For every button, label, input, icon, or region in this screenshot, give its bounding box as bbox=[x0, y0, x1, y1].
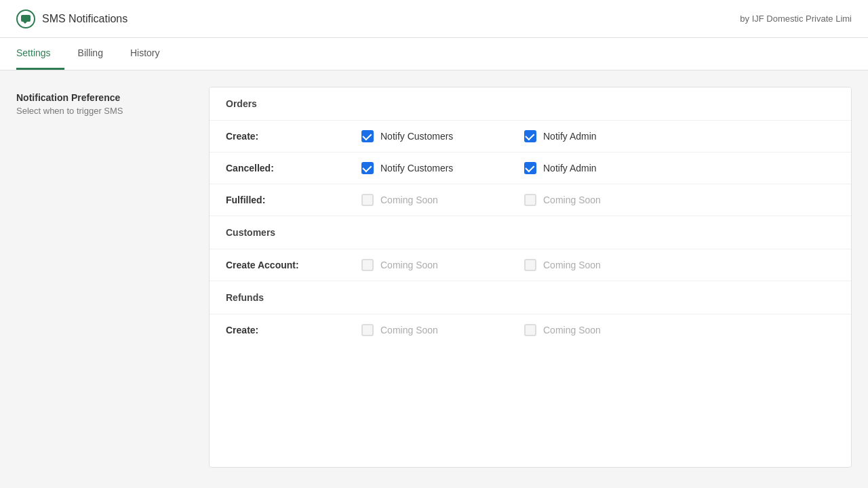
app-title: SMS Notifications bbox=[42, 13, 127, 25]
checkbox-option-orders-create-admin: Notify Admin bbox=[524, 130, 660, 142]
section-header-refunds: Refunds bbox=[210, 281, 851, 314]
label-refunds-create-customers: Coming Soon bbox=[380, 325, 438, 336]
checkbox-orders-cancelled-admin[interactable] bbox=[524, 162, 536, 174]
row-orders-fulfilled: Fulfilled: Coming Soon Coming Soon bbox=[210, 184, 851, 216]
header-left: SMS Notifications bbox=[16, 9, 127, 28]
label-orders-cancelled-customers: Notify Customers bbox=[380, 163, 453, 174]
label-refunds-create-admin: Coming Soon bbox=[543, 325, 601, 336]
checkbox-option-orders-cancelled-admin: Notify Admin bbox=[524, 162, 660, 174]
checkbox-option-orders-create-customers: Notify Customers bbox=[361, 130, 497, 142]
row-label-orders-create: Create: bbox=[226, 131, 361, 142]
checkbox-option-orders-fulfilled-admin: Coming Soon bbox=[524, 194, 660, 206]
row-options-customers-create-account: Coming Soon Coming Soon bbox=[361, 259, 835, 271]
checkbox-option-customers-ca-customers: Coming Soon bbox=[361, 259, 497, 271]
row-label-refunds-create: Create: bbox=[226, 325, 361, 336]
row-options-orders-fulfilled: Coming Soon Coming Soon bbox=[361, 194, 835, 206]
label-orders-fulfilled-admin: Coming Soon bbox=[543, 195, 601, 205]
checkbox-option-refunds-create-customers: Coming Soon bbox=[361, 324, 497, 336]
checkbox-refunds-create-admin bbox=[524, 324, 536, 336]
checkbox-orders-cancelled-customers[interactable] bbox=[361, 162, 374, 174]
sidebar: Notification Preference Select when to t… bbox=[16, 87, 193, 468]
row-customers-create-account: Create Account: Coming Soon Coming Soon bbox=[210, 249, 851, 281]
checkbox-orders-create-admin[interactable] bbox=[524, 130, 536, 142]
section-header-customers: Customers bbox=[210, 216, 851, 249]
label-orders-cancelled-admin: Notify Admin bbox=[543, 163, 597, 174]
row-label-orders-fulfilled: Fulfilled: bbox=[226, 195, 361, 205]
section-header-orders: Orders bbox=[210, 87, 851, 120]
label-orders-create-customers: Notify Customers bbox=[380, 131, 453, 142]
row-refunds-create: Create: Coming Soon Coming Soon bbox=[210, 314, 851, 346]
row-options-refunds-create: Coming Soon Coming Soon bbox=[361, 324, 835, 336]
tab-history[interactable]: History bbox=[117, 38, 174, 70]
row-label-orders-cancelled: Cancelled: bbox=[226, 163, 361, 174]
sidebar-title: Notification Preference bbox=[16, 92, 193, 103]
checkbox-orders-fulfilled-admin bbox=[524, 194, 536, 206]
header-by-text: by IJF Domestic Private Limi bbox=[740, 14, 852, 24]
label-customers-ca-admin: Coming Soon bbox=[543, 260, 601, 270]
checkbox-option-orders-cancelled-customers: Notify Customers bbox=[361, 162, 497, 174]
row-label-customers-create-account: Create Account: bbox=[226, 260, 361, 270]
row-orders-cancelled: Cancelled: Notify Customers Notify Admin bbox=[210, 152, 851, 184]
checkbox-orders-fulfilled-customers bbox=[361, 194, 374, 206]
tab-billing[interactable]: Billing bbox=[64, 38, 117, 70]
label-customers-ca-customers: Coming Soon bbox=[380, 260, 438, 270]
tab-settings[interactable]: Settings bbox=[16, 38, 64, 70]
sidebar-subtitle: Select when to trigger SMS bbox=[16, 106, 193, 116]
main-panel: Orders Create: Notify Customers Notify A… bbox=[209, 87, 852, 468]
row-orders-create: Create: Notify Customers Notify Admin bbox=[210, 120, 851, 152]
checkbox-customers-ca-admin bbox=[524, 259, 536, 271]
label-orders-fulfilled-customers: Coming Soon bbox=[380, 195, 438, 205]
checkbox-option-orders-fulfilled-customers: Coming Soon bbox=[361, 194, 497, 206]
page-content: Notification Preference Select when to t… bbox=[0, 70, 868, 484]
checkbox-orders-create-customers[interactable] bbox=[361, 130, 374, 142]
checkbox-option-customers-ca-admin: Coming Soon bbox=[524, 259, 660, 271]
nav-tabs: Settings Billing History bbox=[0, 38, 868, 70]
checkbox-customers-ca-customers bbox=[361, 259, 374, 271]
checkbox-refunds-create-customers bbox=[361, 324, 374, 336]
row-options-orders-cancelled: Notify Customers Notify Admin bbox=[361, 162, 835, 174]
app-header: SMS Notifications by IJF Domestic Privat… bbox=[0, 0, 868, 38]
row-options-orders-create: Notify Customers Notify Admin bbox=[361, 130, 835, 142]
checkbox-option-refunds-create-admin: Coming Soon bbox=[524, 324, 660, 336]
sms-logo-icon bbox=[16, 9, 35, 28]
label-orders-create-admin: Notify Admin bbox=[543, 131, 597, 142]
